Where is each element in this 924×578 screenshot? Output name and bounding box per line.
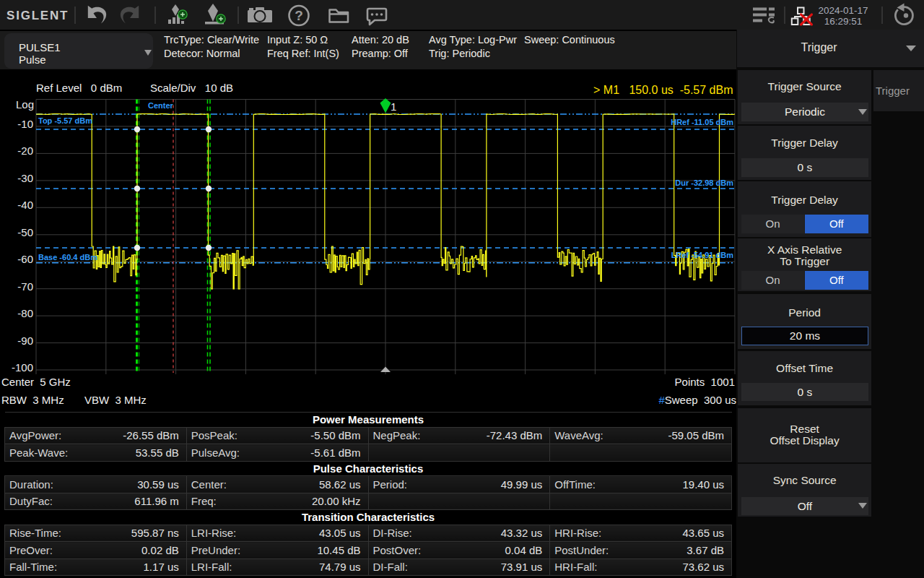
svg-text:SIGLENT: SIGLENT [6,9,69,22]
svg-text:?: ? [295,8,303,23]
svg-text:-50: -50 [17,226,33,238]
svg-text:Log: Log [16,98,34,111]
svg-text:LRef -54.91 dBm: LRef -54.91 dBm [671,251,733,259]
svg-text:16:29:51: 16:29:51 [824,16,863,27]
svg-text:-100: -100 [12,361,33,374]
svg-text:-60: -60 [17,253,33,265]
svg-text:Center: Center [148,101,174,110]
svg-text:VBW 3 MHz: VBW 3 MHz [84,394,147,406]
svg-text:Top -5.57 dBm: Top -5.57 dBm [38,116,92,125]
svg-text:Dur -32.98 dBm: Dur -32.98 dBm [675,178,733,187]
svg-text:Center 5 GHz: Center 5 GHz [1,376,71,388]
svg-text:-10: -10 [17,118,33,130]
svg-text:-80: -80 [17,307,33,319]
svg-text:Points 1001: Points 1001 [675,376,735,388]
svg-text:2024-01-17: 2024-01-17 [818,5,868,16]
svg-text:HRef -11.05 dBm: HRef -11.05 dBm [671,118,733,126]
svg-text:#Sweep 300 us: #Sweep 300 us [658,394,736,406]
svg-text:-70: -70 [17,280,33,293]
svg-text:Base -60.4 dBm: Base -60.4 dBm [38,253,97,262]
svg-text:Scale/Div 10 dB: Scale/Div 10 dB [150,82,233,94]
svg-text:> M1 150.0 us -5.57 dBm: > M1 150.0 us -5.57 dBm [593,84,733,96]
svg-text:RBW 3 MHz: RBW 3 MHz [1,394,64,406]
svg-text:-40: -40 [17,199,33,211]
svg-text:-20: -20 [17,144,33,157]
svg-text:-90: -90 [17,335,33,347]
svg-text:1: 1 [391,100,396,113]
svg-text:Ref Level 0 dBm: Ref Level 0 dBm [36,82,122,94]
svg-text:-30: -30 [17,172,33,184]
